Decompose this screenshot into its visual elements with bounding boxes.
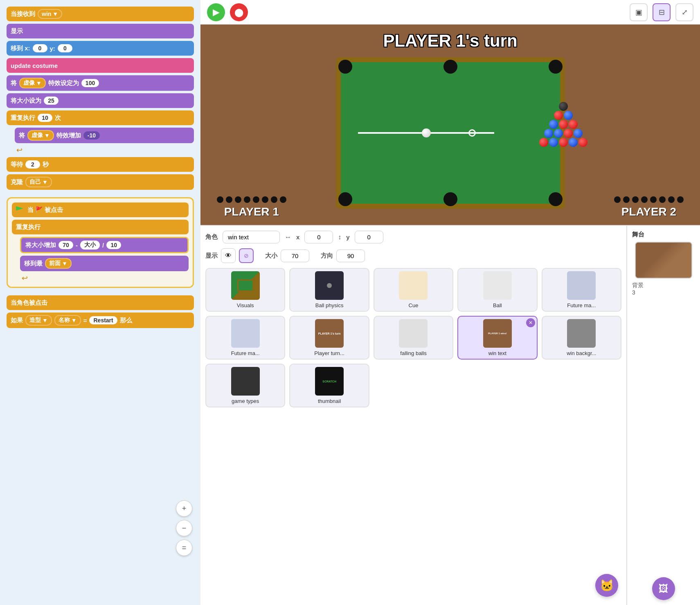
play-button[interactable]: ▶ xyxy=(207,3,225,21)
loop-body-1: 将 虚像 ▼ 特效增加 -10 xyxy=(15,128,194,143)
increase-val1[interactable]: 70 xyxy=(59,241,73,249)
sprite-thumb-player-turn: PLAYER 1's turn xyxy=(315,319,344,348)
stage-label: 舞台 xyxy=(632,231,644,238)
sprite-label-falling-balls: falling balls xyxy=(400,350,426,356)
receive-dropdown-value: win xyxy=(42,11,51,17)
sprite-thumb-win-text: PLAYER 1 wins! xyxy=(483,319,512,348)
set-size-label: 将大小设为 xyxy=(11,97,41,105)
ball-11 xyxy=(539,138,548,147)
layout-1-icon: ▣ xyxy=(635,8,642,17)
wait-value[interactable]: 2 xyxy=(25,160,40,169)
zoom-in-button[interactable]: + xyxy=(176,500,192,517)
size-value[interactable]: 25 xyxy=(44,97,59,105)
sprite-label-cue: Cue xyxy=(409,302,419,308)
dot-7 xyxy=(271,196,277,203)
stop-button[interactable]: ⬤ xyxy=(230,3,248,21)
sprite-label-ball-physics: Ball physics xyxy=(315,302,344,308)
y-value[interactable]: 0 xyxy=(58,44,72,52)
if-name-dropdown[interactable]: 名称 ▼ xyxy=(54,315,81,326)
dot-14 xyxy=(659,196,666,203)
sprite-delete-button[interactable]: ✕ xyxy=(526,318,535,327)
stage-thumbnail[interactable] xyxy=(635,242,692,279)
block-repeat-10[interactable]: 重复执行 10 次 xyxy=(7,110,194,125)
effect-dropdown-arrow: ▼ xyxy=(36,80,42,86)
if-costume-value: 造型 xyxy=(29,317,41,324)
set-effect-label1: 将 xyxy=(11,79,17,87)
if-costume-dropdown[interactable]: 造型 ▼ xyxy=(25,315,52,326)
sprite-label-future-ma1: Future ma... xyxy=(567,302,596,308)
sprite-name-input[interactable] xyxy=(223,231,280,243)
x-coord-input[interactable] xyxy=(304,231,333,243)
sprite-card-thumbnail[interactable]: SCRATCH thumbnail xyxy=(289,364,369,407)
sprite-card-future-ma1[interactable]: Future ma... xyxy=(542,268,621,312)
eye-slash-icon: ⊘ xyxy=(244,252,249,259)
sprite-thumb-falling-balls xyxy=(399,319,428,348)
ball-12 xyxy=(549,138,558,147)
y-coord-input[interactable] xyxy=(355,231,383,243)
clone-dropdown-arrow: ▼ xyxy=(42,179,48,185)
add-stage-button[interactable]: 🖼 xyxy=(652,577,675,600)
zoom-out-button[interactable]: − xyxy=(176,520,192,536)
block-forever[interactable]: 重复执行 xyxy=(12,220,189,234)
eye-visible-button[interactable]: 👁 xyxy=(221,248,236,263)
direction-input[interactable] xyxy=(336,250,365,262)
sprite-label-visuals: Visuals xyxy=(237,302,254,308)
restart-value[interactable]: Restart xyxy=(89,316,117,324)
receive-dropdown-arrow: ▼ xyxy=(52,11,58,17)
block-set-effect[interactable]: 将 虚像 ▼ 特效设定为 100 xyxy=(7,75,194,91)
fullscreen-button[interactable]: ⤢ xyxy=(675,3,693,21)
layout-btn-2[interactable]: ⊟ xyxy=(653,3,671,21)
block-update-costume[interactable]: update costume xyxy=(7,58,194,73)
go-front-dropdown[interactable]: 前面 ▼ xyxy=(45,258,72,269)
sprite-card-future-ma2[interactable]: Future ma... xyxy=(205,316,285,360)
x-value[interactable]: 0 xyxy=(33,44,47,52)
block-flag-clicked[interactable]: 当 🚩 被点击 xyxy=(12,202,189,217)
pool-table xyxy=(336,57,565,209)
sprite-card-falling-balls[interactable]: falling balls xyxy=(374,316,453,360)
zoom-reset-button[interactable]: = xyxy=(176,540,192,556)
layout-btn-1[interactable]: ▣ xyxy=(630,3,648,21)
block-show[interactable]: 显示 xyxy=(7,24,194,38)
go-front-arrow: ▼ xyxy=(62,260,68,267)
increase-val2[interactable]: 10 xyxy=(106,241,121,249)
size-input[interactable] xyxy=(281,250,309,262)
change-effect-amount[interactable]: -10 xyxy=(83,131,100,139)
sprite-card-game-types[interactable]: game types xyxy=(205,364,285,407)
block-change-effect[interactable]: 将 虚像 ▼ 特效增加 -10 xyxy=(15,128,194,143)
stage-panel: 舞台 背景 3 🖼 xyxy=(626,226,700,605)
effect-value[interactable]: 100 xyxy=(81,79,99,87)
repeat-value[interactable]: 10 xyxy=(38,114,52,122)
add-sprite-button[interactable]: 🐱 xyxy=(595,574,618,597)
block-set-size[interactable]: 将大小设为 25 xyxy=(7,93,194,108)
block-wait[interactable]: 等待 2 秒 xyxy=(7,157,194,172)
ball-9 xyxy=(564,129,573,138)
block-increase-size[interactable]: 将大小增加 70 - 大小 / 10 xyxy=(20,237,189,253)
sprite-card-cue[interactable]: Cue xyxy=(374,268,453,312)
zoom-controls: + − = xyxy=(176,500,192,556)
when-receive-label: 当接收到 xyxy=(11,10,35,18)
block-go-front[interactable]: 移到最 前面 ▼ xyxy=(20,256,189,271)
x-coord-label: x xyxy=(296,234,299,241)
pocket-top-middle xyxy=(443,60,457,74)
clone-dropdown[interactable]: 自己 ▼ xyxy=(25,177,52,187)
ball-1 xyxy=(559,102,568,111)
equals-sign: = xyxy=(83,317,87,324)
sprite-card-ball-physics[interactable]: Ball physics xyxy=(289,268,369,312)
block-move-xy[interactable]: 移到 x: 0 y: 0 xyxy=(7,41,194,56)
block-if-restart[interactable]: 如果 造型 ▼ 名称 ▼ = Restart 那么 xyxy=(7,313,194,328)
effect-dropdown[interactable]: 虚像 ▼ xyxy=(19,78,46,88)
sprite-card-player-turn[interactable]: PLAYER 1's turn Player turn... xyxy=(289,316,369,360)
arrow-x-icon: ↔ xyxy=(285,234,291,241)
eye-hidden-button[interactable]: ⊘ xyxy=(239,248,254,263)
block-when-receive[interactable]: 当接收到 win ▼ xyxy=(7,7,194,21)
sprite-card-win-text[interactable]: ✕ PLAYER 1 wins! win text xyxy=(457,316,537,360)
loop-body-2: 将大小增加 70 - 大小 / 10 移到最 前面 ▼ xyxy=(20,237,189,271)
block-clone[interactable]: 克隆 自己 ▼ xyxy=(7,174,194,190)
receive-dropdown[interactable]: win ▼ xyxy=(38,9,62,19)
sprite-card-ball[interactable]: Ball xyxy=(457,268,537,312)
sprite-label-thumbnail: thumbnail xyxy=(318,398,341,404)
sprite-card-visuals[interactable]: Visuals xyxy=(205,268,285,312)
change-effect-dropdown[interactable]: 虚像 ▼ xyxy=(27,130,54,141)
block-sprite-clicked[interactable]: 当角色被点击 xyxy=(7,295,194,310)
sprite-card-win-background[interactable]: win backgr... xyxy=(542,316,621,360)
